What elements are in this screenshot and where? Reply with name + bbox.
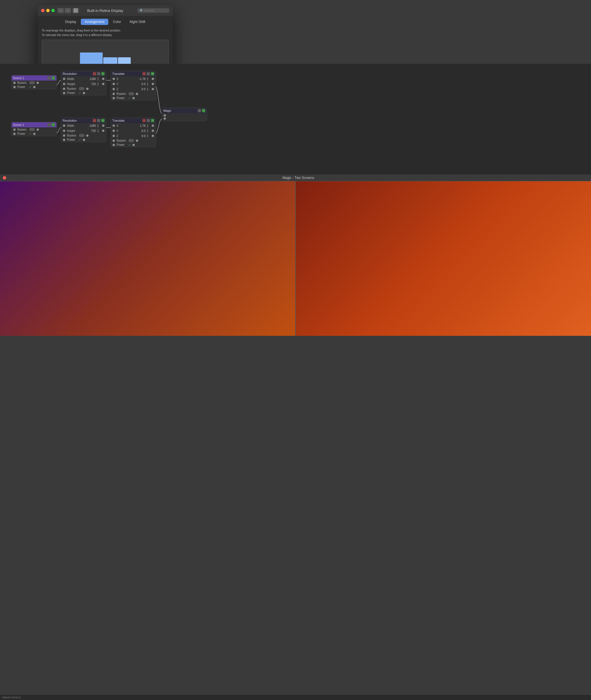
resolution-bot-minus[interactable]: −	[93, 119, 96, 122]
translate-top-add[interactable]: +	[151, 72, 154, 75]
scene1-bot-bypass-row: Bypass	[12, 127, 56, 132]
scene1-top-minus[interactable]: −	[47, 76, 51, 80]
translate-bot-up[interactable]: ↑	[147, 119, 150, 122]
scene1-top-bypass-toggle[interactable]	[29, 81, 35, 84]
magic-add[interactable]: +	[202, 109, 205, 112]
forward-button[interactable]: ›	[65, 8, 71, 13]
resolution-top-up[interactable]: ↑	[97, 72, 101, 75]
canvas-left[interactable]	[0, 181, 284, 336]
resolution-top-height-label: Height	[67, 82, 78, 86]
minimize-button[interactable]	[46, 9, 50, 12]
translate-top-bypass-label: Bypass	[117, 92, 127, 95]
resolution-bot-width-port	[63, 125, 65, 127]
maximize-button[interactable]	[51, 9, 55, 12]
translate-top-x-stepper[interactable]: ▲▼	[147, 77, 150, 81]
resolution-bot-height-stepper[interactable]: ▲▼	[97, 129, 101, 133]
scene1-top-power-check: ✓	[29, 85, 31, 88]
resolution-bot-power-out	[83, 139, 85, 141]
bottom-close-button[interactable]	[3, 176, 6, 180]
scene1-bot-power-out	[33, 133, 36, 135]
translate-bot-y-row: Y 0.0 ▲▼	[111, 128, 156, 133]
search-box[interactable]: 🔍	[138, 8, 169, 13]
resolution-top-height-stepper[interactable]: ▲▼	[97, 82, 101, 86]
translate-top-controls: − ↑ +	[142, 72, 154, 75]
scene1-bot-bypass-toggle[interactable]	[29, 128, 35, 131]
bottom-title: Magic - Two Screens	[8, 176, 284, 180]
resolution-bot-height-value: 720	[79, 129, 96, 132]
translate-bot-bypass-out	[136, 139, 138, 142]
resolution-bot-width-stepper[interactable]: ▲▼	[97, 124, 101, 128]
resolution-bot-up[interactable]: ↑	[97, 119, 101, 122]
resolution-top-bypass-label: Bypass	[67, 87, 78, 90]
resolution-bot-bypass-label: Bypass	[67, 134, 78, 137]
resolution-top-bypass-toggle[interactable]	[79, 87, 84, 90]
resolution-bot-bypass-toggle[interactable]	[79, 134, 84, 137]
scene1-top-bypass-port	[13, 82, 16, 84]
translate-bot-power-out	[132, 144, 135, 146]
scene1-bot-bypass-port	[13, 128, 16, 131]
translate-top-y-stepper[interactable]: ▲▼	[147, 82, 150, 86]
search-input[interactable]	[144, 9, 167, 12]
magic-minus[interactable]: −	[198, 109, 201, 112]
resolution-top-height-value: 720	[79, 82, 96, 86]
translate-top-bypass-out	[136, 93, 138, 95]
magic-ports	[162, 113, 207, 121]
translate-bot-x-stepper[interactable]: ▲▼	[147, 124, 150, 128]
resolution-bot-add[interactable]: +	[101, 119, 105, 122]
scene1-top-add[interactable]: +	[52, 76, 55, 80]
resolution-bot-controls: − ↑ +	[93, 119, 105, 122]
scene1-bot-power-port	[13, 133, 16, 135]
translate-bot-y-stepper[interactable]: ▲▼	[147, 129, 150, 133]
resolution-top-add[interactable]: +	[101, 72, 105, 75]
tab-night-shift[interactable]: Night Shift	[126, 19, 149, 25]
tab-arrangement[interactable]: Arrangement	[81, 19, 108, 25]
resolution-top-power-row: Power ✓	[61, 91, 106, 95]
translate-top-bypass-toggle[interactable]	[128, 92, 134, 95]
translate-bot-power-check: ✓	[128, 143, 131, 146]
translate-bot-bypass-label: Bypass	[117, 139, 127, 142]
tab-display[interactable]: Display	[61, 19, 80, 25]
back-button[interactable]: ‹	[58, 8, 64, 13]
translate-top-y-port	[113, 83, 115, 85]
translate-bot-add[interactable]: +	[151, 119, 154, 122]
translate-top-power-port	[113, 97, 115, 99]
close-button[interactable]	[41, 9, 45, 12]
tab-color[interactable]: Color	[109, 19, 125, 25]
translate-top-bypass-port	[113, 93, 115, 95]
translate-top-z-port	[113, 88, 115, 90]
translate-bot-z-out	[152, 135, 154, 137]
translate-bot-x-value: 1.78	[128, 124, 145, 127]
resolution-top-width-value: 1280	[79, 77, 96, 80]
scene1-top-power-row: Power ✓	[12, 85, 56, 89]
resolution-top-power-out	[83, 92, 85, 94]
translate-bot-z-stepper[interactable]: ▲▼	[147, 134, 150, 138]
resolution-top-power-port	[63, 92, 65, 94]
resolution-bot-height-row: Height 720 ▲▼	[61, 128, 106, 133]
resolution-top-minus[interactable]: −	[93, 72, 96, 75]
translate-top-up[interactable]: ↑	[147, 72, 150, 75]
resolution-top-node: Resolution − ↑ + Width 1280 ▲▼ Height	[61, 71, 106, 95]
translate-top-power-out	[132, 97, 135, 99]
resolution-top-bypass-row: Bypass	[61, 86, 106, 91]
translate-bot-minus[interactable]: −	[142, 119, 146, 122]
translate-top-minus[interactable]: −	[142, 72, 146, 75]
translate-bot-power-row: Power ✓	[111, 143, 156, 147]
window-title: Built-in Retina Display	[87, 8, 123, 13]
translate-top-x-value: -1.78	[128, 77, 145, 80]
scene1-top-power-port	[13, 86, 16, 88]
translate-top-z-stepper[interactable]: ▲▼	[147, 87, 150, 91]
bottom-canvas	[0, 181, 284, 336]
bottom-area: Magic - Two Screens	[0, 175, 284, 336]
traffic-lights	[41, 9, 55, 12]
magic-header: Magic − +	[162, 108, 207, 113]
resolution-bot-height-port	[63, 130, 65, 132]
grid-button[interactable]	[73, 8, 79, 13]
translate-bot-bypass-toggle[interactable]	[128, 139, 134, 142]
scene1-bot-minus[interactable]: −	[47, 123, 51, 127]
translate-top-x-out	[152, 78, 154, 80]
resolution-bot-width-value: 1280	[79, 124, 96, 127]
translate-top-power-label: Power	[117, 97, 127, 100]
scene1-bot-add[interactable]: +	[52, 123, 55, 127]
resolution-top-width-stepper[interactable]: ▲▼	[97, 77, 101, 81]
tab-bar: Display Arrangement Color Night Shift	[42, 19, 169, 25]
